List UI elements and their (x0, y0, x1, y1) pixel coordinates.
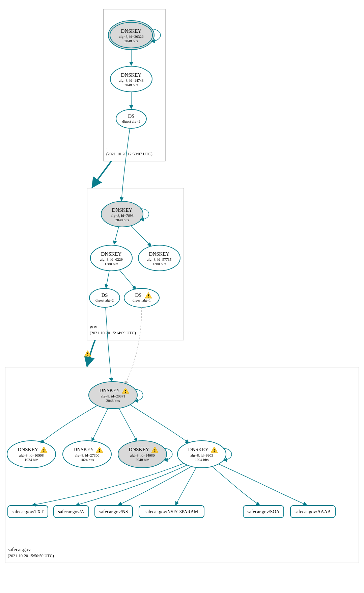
sc-ksk-l3: 2048 bits (106, 398, 120, 403)
gov-ds1-title: DS (101, 292, 108, 298)
edge-sc-k4-txt (32, 463, 184, 505)
gov-zsk1-l2: alg=8, id=6229 (100, 257, 123, 261)
zone-safecar-sub: (2021-10-20 15:50:50 UTC) (8, 553, 54, 558)
sc-k3-title: DNSKEY (129, 447, 149, 452)
zone-root-sub: (2021-10-20 12:59:07 UTC) (106, 152, 152, 156)
edge-gov-ds1-sc-ksk (106, 307, 112, 382)
gov-zsk2-l2: alg=8, id=57735 (147, 257, 172, 261)
record-txt-label: safecar.gov/TXT (12, 509, 44, 514)
gov-zsk1-title: DNSKEY (101, 251, 122, 257)
node-root-ds: DS digest alg=2 (116, 109, 146, 128)
svg-point-5 (116, 109, 146, 128)
edge-sc-k4-aaaa (219, 464, 307, 505)
node-sc-k3: DNSKEY alg=8, id=14686 2048 bits (118, 441, 167, 468)
zone-gov-sub: (2021-10-20 15:14:09 UTC) (90, 331, 136, 335)
gov-ds2-l2: digest alg=1 (133, 298, 151, 302)
edge-sc-k4-a (76, 465, 187, 505)
gov-zsk2-title: DNSKEY (149, 251, 170, 257)
sc-k3-l3: 2048 bits (136, 458, 149, 462)
gov-ksk-l3: 2048 bits (115, 218, 129, 222)
edge-sc-k4-nsec3 (175, 467, 196, 505)
record-nsec3: safecar.gov/NSEC3PARAM (139, 506, 204, 518)
root-ds-l2: digest alg=2 (122, 119, 140, 123)
gov-ksk-l2: alg=8, id=7698 (111, 213, 134, 217)
edge-root-to-gov-zone (92, 161, 111, 187)
edge-sc-k4-ns (118, 466, 192, 505)
root-ksk-title: DNSKEY (121, 28, 142, 34)
record-ns: safecar.gov/NS (95, 506, 133, 518)
gov-ds2-title: DS (135, 292, 141, 298)
gov-ksk-title: DNSKEY (112, 207, 133, 213)
root-zsk-title: DNSKEY (121, 72, 142, 78)
zone-gov-title: gov (90, 324, 97, 329)
node-root-zsk: DNSKEY alg=8, id=14748 2048 bits (110, 66, 152, 92)
edge-sc-ksk-k3 (119, 408, 137, 441)
node-sc-k2: DNSKEY alg=8, id=27300 1024 bits (63, 441, 111, 468)
edge-root-ds-gov-ksk (121, 128, 130, 201)
record-soa-label: safecar.gov/SOA (247, 509, 280, 514)
node-gov-ds1: DS digest alg=2 (89, 288, 120, 307)
edge-gov-ds2-sc-ksk (125, 307, 142, 385)
record-aaaa-label: safecar.gov/AAAA (295, 509, 331, 514)
sc-k2-l2: alg=8, id=27300 (75, 453, 100, 457)
record-soa: safecar.gov/SOA (243, 506, 284, 518)
root-ksk-l3: 2048 bits (124, 39, 138, 43)
node-gov-zsk2: DNSKEY alg=8, id=57735 1280 bits (138, 245, 180, 271)
record-txt: safecar.gov/TXT (8, 506, 48, 518)
sc-k1-title: DNSKEY (18, 447, 38, 452)
node-root-ksk: DNSKEY alg=8, id=20326 2048 bits (108, 21, 154, 50)
sc-k2-l3: 1024 bits (80, 458, 94, 462)
sc-k4-title: DNSKEY (188, 447, 209, 452)
sc-k1-l2: alg=8, id=16998 (19, 453, 44, 457)
sc-ksk-l2: alg=8, id=29371 (101, 394, 125, 398)
edge-gov-ksk-zsk2 (131, 226, 151, 246)
edge-sc-ksk-k2 (92, 408, 108, 441)
gov-zsk1-l3: 1280 bits (105, 262, 118, 266)
svg-point-10 (124, 288, 159, 307)
sc-k3-l2: alg=8, id=14686 (130, 453, 155, 457)
node-sc-k4: DNSKEY alg=8, id=9903 1024 bits (177, 441, 226, 468)
zone-safecar-title: safecar.gov (8, 547, 31, 552)
sc-k2-title: DNSKEY (74, 447, 94, 452)
node-sc-k1: DNSKEY alg=8, id=16998 1024 bits (7, 441, 56, 468)
record-a: safecar.gov/A (54, 506, 89, 518)
root-ds-title: DS (128, 113, 134, 119)
root-ksk-l2: alg=8, id=20326 (119, 34, 144, 38)
root-zsk-l3: 2048 bits (124, 83, 138, 87)
edge-sc-ksk-k1 (40, 405, 98, 443)
zone-box-safecar (5, 367, 359, 563)
edge-gov-zsk1-ds2 (119, 269, 136, 289)
node-gov-ksk: DNSKEY alg=8, id=7698 2048 bits (101, 201, 143, 227)
zone-root-title: . (106, 145, 108, 150)
node-gov-ds2: DS digest alg=1 (124, 288, 159, 307)
sc-k4-l3: 1024 bits (195, 458, 209, 462)
edge-gov-ksk-zsk1 (114, 227, 119, 244)
edge-sc-ksk-k4 (130, 405, 189, 443)
sc-ksk-title: DNSKEY (100, 388, 120, 393)
record-nsec3-label: safecar.gov/NSEC3PARAM (145, 509, 198, 514)
sc-k4-l2: alg=8, id=9903 (190, 453, 213, 457)
record-aaaa: safecar.gov/AAAA (290, 506, 335, 518)
edge-gov-zsk1-ds1 (106, 271, 109, 288)
record-ns-label: safecar.gov/NS (99, 509, 128, 514)
gov-zsk2-l3: 1280 bits (152, 262, 166, 266)
svg-point-9 (89, 288, 120, 307)
gov-ds1-l2: digest alg=2 (95, 298, 114, 302)
record-a-label: safecar.gov/A (58, 509, 84, 514)
sc-k1-l3: 1024 bits (25, 458, 38, 462)
root-zsk-l2: alg=8, id=14748 (119, 78, 144, 82)
node-gov-zsk1: DNSKEY alg=8, id=6229 1280 bits (90, 245, 132, 271)
edge-sc-k4-soa (212, 466, 260, 505)
